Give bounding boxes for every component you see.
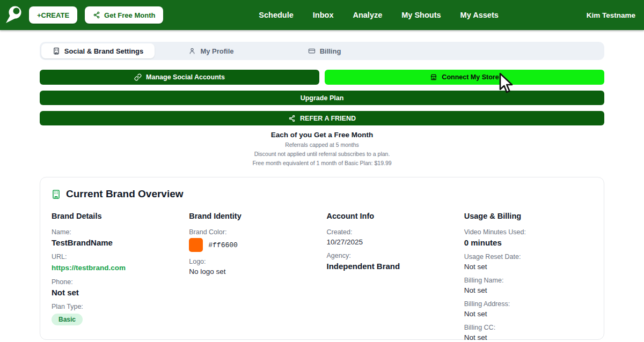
overview-column: Brand DetailsName:TestBrandNameURL:https… <box>52 212 180 342</box>
referral-note: Free month equivalent of 1 month of Basi… <box>40 160 604 166</box>
field-label: Phone: <box>52 278 180 286</box>
field-label: URL: <box>52 253 180 261</box>
get-free-month-label: Get Free Month <box>104 11 155 19</box>
user-menu[interactable]: Kim Testname <box>587 11 635 19</box>
tab-billing[interactable]: Billing <box>268 43 381 58</box>
nav-link-my-assets[interactable]: My Assets <box>460 11 499 19</box>
field-value: 0 minutes <box>464 238 593 247</box>
overview-column: Account InfoCreated:10/27/2025Agency:Ind… <box>327 212 456 342</box>
field: Billing CC:Not set <box>464 324 593 341</box>
field-value: Not set <box>464 333 593 341</box>
field-value: TestBrandName <box>52 238 180 247</box>
field-value: No logo set <box>189 267 318 276</box>
overview-column: Brand IdentityBrand Color:#ff6600Logo:No… <box>189 212 318 342</box>
field-label: Plan Type: <box>52 303 180 310</box>
field: Logo:No logo set <box>189 258 318 276</box>
share-icon <box>93 11 100 19</box>
field-label: Created: <box>327 228 456 236</box>
field-label: Brand Color: <box>189 228 318 236</box>
link-icon <box>134 73 142 81</box>
get-free-month-button[interactable]: Get Free Month <box>85 6 163 24</box>
field-label: Logo: <box>189 258 318 265</box>
card-title: Current Brand Overview <box>66 188 184 200</box>
building-icon <box>53 47 60 55</box>
upgrade-plan-button[interactable]: Upgrade Plan <box>40 91 604 105</box>
field: Brand Color:#ff6600 <box>189 228 318 252</box>
tab-social-brand-settings[interactable]: Social & Brand Settings <box>41 43 155 58</box>
brand-color-code: #ff6600 <box>208 241 238 249</box>
field: Usage Reset Date:Not set <box>464 253 593 271</box>
referral-note: Referrals capped at 5 months <box>40 142 604 148</box>
field-label: Agency: <box>327 252 456 259</box>
nav-link-schedule[interactable]: Schedule <box>259 11 293 19</box>
overview-column-heading: Brand Identity <box>189 212 318 220</box>
building-icon <box>51 189 61 199</box>
upgrade-plan-label: Upgrade Plan <box>301 94 344 102</box>
field-label: Video Minutes Used: <box>464 228 593 236</box>
create-button-label: +CREATE <box>37 11 69 19</box>
tab-label: My Profile <box>200 47 233 55</box>
app-logo-icon[interactable] <box>4 5 24 25</box>
field-label: Billing CC: <box>464 324 593 331</box>
overview-column-heading: Brand Details <box>52 212 180 220</box>
field: Agency:Independent Brand <box>327 252 456 271</box>
field: Billing Address:Not set <box>464 300 593 318</box>
tab-my-profile[interactable]: My Profile <box>155 43 268 58</box>
brand-url-link[interactable]: https://testbrand.com <box>52 264 126 272</box>
field: Billing Name:Not set <box>464 277 593 294</box>
referral-note: Discount not applied until referral subs… <box>40 151 604 157</box>
field: Plan Type:Basic <box>52 303 180 325</box>
field: Name:TestBrandName <box>52 228 180 247</box>
referral-heading: Each of you Get a Free Month <box>40 131 604 139</box>
overview-grid: Brand DetailsName:TestBrandNameURL:https… <box>51 212 593 342</box>
overview-column-heading: Account Info <box>327 212 456 220</box>
share-icon <box>288 115 296 122</box>
field-label: Billing Name: <box>464 277 593 284</box>
brand-color-swatch <box>189 238 203 252</box>
credit-card-icon <box>308 47 316 55</box>
store-icon <box>430 73 437 81</box>
field-value: 10/27/2025 <box>327 238 456 246</box>
tab-label: Billing <box>320 47 341 55</box>
field-value: Not set <box>52 288 180 297</box>
field-value: Not set <box>464 310 593 318</box>
field-value: Not set <box>464 263 593 271</box>
manage-social-accounts-label: Manage Social Accounts <box>146 73 225 81</box>
overview-column-heading: Usage & Billing <box>464 212 593 220</box>
plan-type-badge: Basic <box>52 314 83 325</box>
referral-info: Each of you Get a Free Month Referrals c… <box>40 131 604 166</box>
overview-column: Usage & BillingVideo Minutes Used:0 minu… <box>464 212 593 342</box>
brand-color: #ff6600 <box>189 238 318 252</box>
connect-my-store-label: Connect My Store <box>442 73 499 81</box>
nav-links: Schedule Inbox Analyze My Shouts My Asse… <box>171 11 586 19</box>
create-button[interactable]: +CREATE <box>29 6 77 24</box>
field-label: Billing Address: <box>464 300 593 308</box>
tab-label: Social & Brand Settings <box>64 47 143 55</box>
field-value: Not set <box>464 286 593 294</box>
current-brand-overview-card: Current Brand Overview Brand DetailsName… <box>40 177 604 340</box>
page: +CREATE Get Free Month Schedule Inbox An… <box>0 0 644 342</box>
refer-a-friend-label: REFER A FRIEND <box>300 115 356 122</box>
nav-link-inbox[interactable]: Inbox <box>313 11 334 19</box>
nav-link-analyze[interactable]: Analyze <box>353 11 382 19</box>
field: Video Minutes Used:0 minutes <box>464 228 593 247</box>
field-label: Name: <box>52 228 180 236</box>
user-icon <box>188 47 196 55</box>
field: Created:10/27/2025 <box>327 228 456 246</box>
card-header: Current Brand Overview <box>51 188 593 200</box>
connect-my-store-button[interactable]: Connect My Store <box>325 70 604 85</box>
field: URL:https://testbrand.com <box>52 253 180 272</box>
refer-a-friend-button[interactable]: REFER A FRIEND <box>40 111 604 125</box>
nav-link-my-shouts[interactable]: My Shouts <box>401 11 441 19</box>
field-label: Usage Reset Date: <box>464 253 593 261</box>
settings-tabbar: Social & Brand Settings My Profile Billi… <box>40 42 604 60</box>
field-value: Independent Brand <box>327 262 456 271</box>
manage-social-accounts-button[interactable]: Manage Social Accounts <box>40 70 319 85</box>
top-navbar: +CREATE Get Free Month Schedule Inbox An… <box>0 0 644 30</box>
field: Phone:Not set <box>52 278 180 297</box>
